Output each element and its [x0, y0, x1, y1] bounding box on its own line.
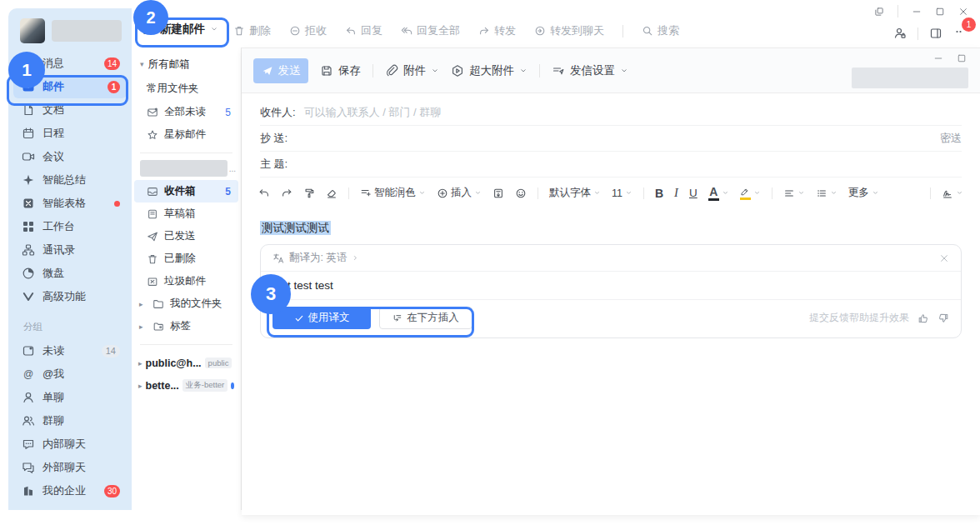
- sidebar-item-calendar[interactable]: 日程: [13, 122, 127, 145]
- thumb-down-icon[interactable]: [938, 312, 949, 324]
- send-button[interactable]: 发送: [253, 58, 308, 83]
- sidebar-item-label: 智能表格: [42, 196, 86, 211]
- close-icon[interactable]: [939, 253, 949, 263]
- sidebar-item-workbench[interactable]: 工作台: [13, 215, 127, 238]
- format-toolbar: 智能润色插入默认字体11BIUA更多: [242, 178, 980, 208]
- close-icon[interactable]: [958, 7, 968, 17]
- expand-triangle-icon[interactable]: ▸: [139, 300, 147, 308]
- trash-button[interactable]: 删除: [233, 23, 271, 38]
- reply-button[interactable]: 回复: [345, 23, 382, 38]
- sidebar-item-unread[interactable]: 未读14: [13, 339, 127, 362]
- sidebar-item-sparkle[interactable]: 智能总结: [13, 168, 127, 192]
- folder-star[interactable]: 星标邮件: [134, 123, 238, 146]
- inbox-icon: [147, 186, 158, 198]
- contact-privacy-icon[interactable]: [893, 27, 907, 40]
- company-icon: [22, 484, 35, 498]
- italic-button[interactable]: I: [674, 186, 678, 200]
- smart-polish-button[interactable]: 智能润色: [360, 186, 426, 200]
- font-family-select[interactable]: 默认字体: [549, 186, 601, 200]
- search-button[interactable]: 搜索: [642, 23, 679, 38]
- insert-doc-button[interactable]: [492, 188, 504, 199]
- toolbar-action-label: 回复: [361, 23, 382, 38]
- folder-root-all-mailboxes[interactable]: ▾ 所有邮箱: [132, 53, 241, 75]
- insert-button[interactable]: 插入: [437, 186, 482, 200]
- thumb-up-icon[interactable]: [918, 312, 929, 324]
- sidebar-item-drive[interactable]: 微盘: [13, 262, 127, 285]
- reply-all-button[interactable]: 回复全部: [401, 23, 460, 38]
- folder-mail-unread[interactable]: 全部未读5: [134, 101, 238, 123]
- expand-triangle-icon[interactable]: ▸: [139, 322, 147, 331]
- expand-triangle-icon[interactable]: ▸: [138, 382, 142, 390]
- red-dot: [114, 201, 120, 207]
- sidebar-item-person[interactable]: 单聊: [13, 386, 127, 409]
- maximize-icon[interactable]: [957, 53, 967, 63]
- account-row: [8, 8, 132, 52]
- large-attachment-button[interactable]: 超大附件: [451, 63, 528, 78]
- clear-format-button[interactable]: [326, 188, 338, 199]
- forward-button[interactable]: 转发: [478, 23, 516, 38]
- sidebar-item-label: 内部聊天: [42, 437, 86, 452]
- sidebar-item-meeting[interactable]: 会议: [13, 145, 127, 168]
- more-icon[interactable]: ...: [228, 164, 236, 173]
- align-button[interactable]: [783, 188, 805, 199]
- signature-button[interactable]: [942, 188, 963, 199]
- folder-draft[interactable]: 草稿箱: [134, 202, 238, 225]
- layout-icon[interactable]: [929, 27, 942, 40]
- mail-account[interactable]: ▸public@h...public: [132, 352, 241, 374]
- sidebar-item-at[interactable]: @@我: [13, 362, 127, 386]
- minimize-icon[interactable]: [912, 7, 922, 17]
- to-field[interactable]: 收件人: 可以输入联系人 / 部门 / 群聊: [260, 100, 962, 126]
- chat-internal-icon: [22, 438, 35, 451]
- send-settings-button[interactable]: 发信设置: [552, 63, 628, 78]
- folder-folder[interactable]: ▸我的文件夹: [134, 292, 238, 315]
- underline-button-label: U: [689, 187, 698, 199]
- maximize-icon[interactable]: [935, 7, 945, 17]
- save-button[interactable]: 保存: [320, 63, 361, 78]
- undo-button[interactable]: [258, 188, 270, 199]
- highlight-button[interactable]: [740, 187, 761, 200]
- minimize-icon[interactable]: [933, 53, 943, 63]
- folder-junk[interactable]: 垃圾邮件: [134, 270, 238, 292]
- reject-button[interactable]: 拒收: [289, 23, 327, 38]
- smart-polish-button-label: 智能润色: [374, 186, 416, 200]
- bcc-toggle[interactable]: 密送: [940, 131, 962, 146]
- mail-account[interactable]: ▸bette...业务-better: [132, 374, 241, 397]
- folder-trash[interactable]: 已删除: [134, 248, 238, 270]
- avatar[interactable]: [20, 18, 45, 43]
- translate-target-label[interactable]: 翻译为: 英语: [289, 251, 347, 265]
- account-row-redacted[interactable]: ...: [140, 160, 236, 177]
- bold-button[interactable]: B: [655, 187, 663, 200]
- chat-external-icon: [22, 461, 35, 474]
- expand-triangle-icon[interactable]: ▸: [138, 359, 142, 368]
- format-painter-button[interactable]: [303, 188, 315, 199]
- sidebar-item-contacts[interactable]: 通讯录: [13, 238, 127, 262]
- popout-icon[interactable]: [874, 7, 884, 17]
- selected-text[interactable]: 测试测试测试: [260, 221, 331, 235]
- meeting-icon: [22, 150, 35, 163]
- list-button[interactable]: [816, 188, 838, 199]
- redo-button[interactable]: [281, 188, 292, 199]
- subject-field[interactable]: 主 题:: [260, 152, 962, 178]
- divider: [372, 64, 373, 78]
- cc-field[interactable]: 抄 送: 密送: [260, 126, 962, 152]
- underline-button[interactable]: U: [689, 187, 698, 199]
- emoji-button[interactable]: [515, 188, 527, 199]
- font-size-select[interactable]: 11: [612, 188, 632, 199]
- forward-chat-button[interactable]: 转发到聊天: [534, 23, 604, 38]
- more-menu[interactable]: 1: [953, 25, 967, 42]
- more-format-button[interactable]: 更多: [848, 186, 879, 200]
- folder-label: 垃圾邮件: [164, 274, 206, 288]
- sidebar-item-advanced[interactable]: 高级功能: [13, 285, 127, 308]
- hl-pen-icon: [740, 187, 750, 197]
- folder-tag[interactable]: ▸标签: [134, 315, 238, 338]
- font-color-button[interactable]: A: [708, 186, 729, 201]
- folder-label: 收件箱: [164, 184, 196, 198]
- sidebar-item-chat-internal[interactable]: 内部聊天: [13, 432, 127, 456]
- attachment-button[interactable]: 附件: [385, 63, 439, 78]
- sidebar-item-people[interactable]: 群聊: [13, 409, 127, 432]
- folder-sent[interactable]: 已发送: [134, 225, 238, 248]
- sidebar-item-chat-external[interactable]: 外部聊天: [13, 456, 127, 479]
- folder-inbox[interactable]: 收件箱5: [134, 180, 238, 202]
- sidebar-item-table[interactable]: 智能表格: [13, 192, 127, 215]
- sidebar-item-company[interactable]: 我的企业30: [13, 479, 127, 502]
